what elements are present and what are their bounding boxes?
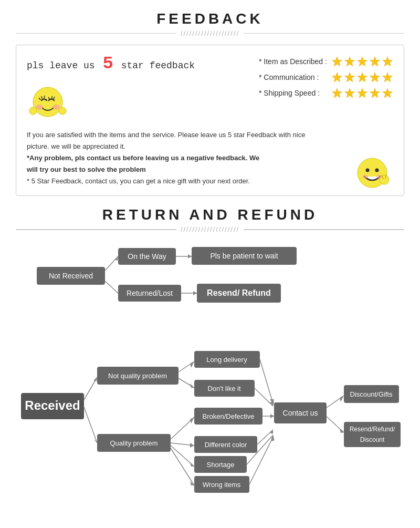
feedback-left: pls leave us 5 star feedback [27, 54, 195, 124]
refund-title: RETURN AND REFUND [16, 206, 404, 223]
svg-marker-25 [383, 88, 393, 98]
svg-marker-13 [358, 57, 368, 66]
svg-text:Returned/Lost: Returned/Lost [127, 289, 173, 297]
svg-marker-17 [345, 73, 355, 82]
svg-marker-11 [332, 57, 342, 66]
svg-line-102 [327, 417, 344, 432]
svg-text:Resend/Refund/: Resend/Refund/ [350, 426, 395, 433]
refund-section: RETURN AND REFUND //////////////////// N… [0, 201, 420, 514]
stars-1 [331, 56, 393, 67]
feedback-right: * Item as Described : * Communication : [259, 56, 393, 99]
stars-3 [331, 87, 393, 99]
rating-label-2: * Communication : [259, 73, 327, 81]
feedback-divider-slashes: //////////////////// [181, 29, 239, 37]
svg-text:Not Received: Not Received [49, 272, 93, 280]
feedback-slogan: pls leave us 5 star feedback [27, 54, 195, 74]
feedback-text-line4: will try our best to solve the problem [27, 164, 393, 175]
svg-line-76 [171, 448, 194, 485]
svg-text:Long delivery: Long delivery [206, 356, 247, 364]
svg-point-28 [375, 169, 379, 172]
svg-marker-43 [188, 254, 192, 258]
svg-point-0 [33, 87, 62, 117]
star-icon [331, 87, 343, 99]
feedback-text-line5: * 5 Star Feedback, contact us, you can g… [27, 175, 393, 187]
feedback-rating-row-3: * Shipping Speed : [259, 87, 393, 99]
svg-marker-21 [332, 88, 342, 98]
star-icon [382, 87, 393, 99]
star-icon [382, 71, 393, 83]
stars-2 [331, 71, 393, 83]
star-icon [356, 71, 368, 83]
star-icon [369, 71, 381, 83]
svg-marker-22 [345, 88, 355, 98]
feedback-text-line2: picture. we will be appreciated it. [27, 141, 393, 152]
svg-text:Contact us: Contact us [283, 409, 318, 417]
feedback-top-row: pls leave us 5 star feedback [27, 54, 393, 124]
feedback-text-line1: If you are satisfied with the items and … [27, 129, 393, 141]
svg-marker-75 [190, 462, 194, 467]
svg-marker-14 [370, 57, 380, 66]
svg-text:Shortage: Shortage [207, 461, 235, 469]
svg-text:Pls be patient to wait: Pls be patient to wait [210, 252, 278, 260]
svg-marker-15 [383, 57, 393, 66]
slogan-prefix: pls leave us [27, 60, 95, 71]
svg-line-4 [41, 96, 42, 99]
svg-marker-55 [93, 377, 97, 381]
feedback-section: FEEDBACK //////////////////// pls leave … [0, 0, 420, 201]
svg-point-9 [29, 107, 37, 115]
feedback-title: FEEDBACK [16, 11, 404, 27]
svg-point-1 [36, 105, 43, 110]
star-icon [331, 71, 343, 83]
svg-marker-63 [190, 384, 194, 388]
star-icon [331, 56, 343, 67]
svg-text:Quality problem: Quality problem [110, 439, 158, 447]
svg-text:Discount/Gifts: Discount/Gifts [350, 390, 393, 398]
feedback-rating-row-2: * Communication : [259, 71, 393, 83]
svg-point-32 [363, 175, 368, 179]
not-received-chart: Not Received On the Way Pls be patient t… [16, 241, 404, 314]
feedback-text-line3: *Any problem, pls contact us before leav… [27, 152, 393, 164]
svg-marker-19 [370, 73, 380, 82]
svg-marker-23 [358, 88, 368, 98]
star-icon [369, 56, 381, 67]
svg-marker-71 [190, 417, 194, 423]
svg-marker-20 [383, 73, 393, 82]
star-icon [382, 56, 393, 67]
star-icon [344, 71, 355, 83]
svg-point-2 [52, 105, 60, 110]
svg-text:Different color: Different color [205, 441, 247, 449]
svg-line-5 [44, 96, 45, 98]
svg-marker-103 [340, 429, 344, 433]
star-icon [344, 56, 355, 67]
star-icon [369, 87, 381, 99]
svg-text:Wrong items: Wrong items [203, 481, 241, 489]
svg-marker-91 [270, 414, 274, 418]
svg-point-27 [366, 169, 370, 172]
smiley-face-sleeping [27, 82, 69, 124]
svg-point-33 [376, 175, 382, 179]
svg-line-88 [255, 388, 273, 406]
svg-text:Received: Received [25, 398, 80, 412]
svg-line-56 [84, 407, 97, 443]
svg-marker-24 [370, 88, 380, 98]
svg-text:Not quality problem: Not quality problem [108, 372, 167, 380]
received-chart: Received Not quality problem Long delive… [16, 319, 404, 509]
svg-marker-12 [345, 57, 355, 66]
slogan-suffix: star feedback [121, 60, 195, 71]
rating-label-1: * Item as Described : [259, 57, 327, 66]
feedback-box: pls leave us 5 star feedback [16, 45, 404, 196]
feedback-body-text: If you are satisfied with the items and … [27, 129, 393, 187]
refund-divider: //////////////////// [16, 225, 404, 233]
svg-marker-18 [358, 73, 368, 82]
star-icon [356, 56, 368, 67]
slogan-number: 5 [102, 54, 113, 74]
svg-marker-101 [340, 396, 344, 402]
svg-text:Resend/ Refund: Resend/ Refund [207, 288, 271, 297]
star-icon [344, 87, 355, 99]
svg-text:Broken/Defective: Broken/Defective [203, 412, 255, 420]
svg-marker-49 [193, 291, 197, 295]
rating-label-3: * Shipping Speed : [259, 89, 327, 97]
svg-text:Discount: Discount [360, 436, 385, 443]
svg-text:Don't like it: Don't like it [207, 385, 241, 392]
svg-point-10 [59, 107, 66, 115]
